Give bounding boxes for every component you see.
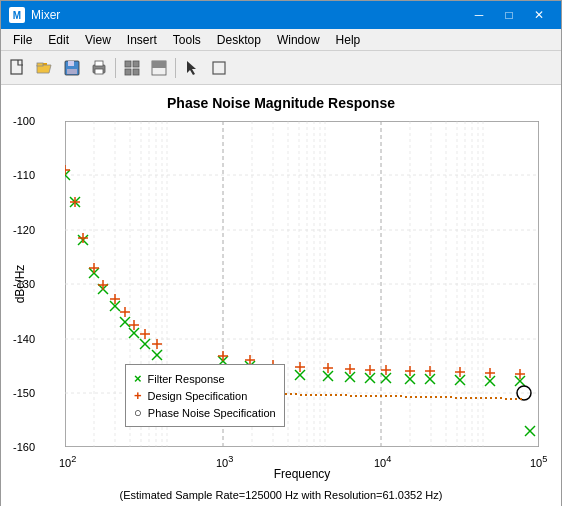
svg-rect-7 — [95, 61, 103, 66]
legend-phase-noise-spec: ○ Phase Noise Specification — [134, 405, 276, 420]
menu-insert[interactable]: Insert — [119, 31, 165, 49]
chart-area: Phase Noise Magnitude Response dBc/Hz Fr… — [1, 85, 561, 506]
svg-rect-184 — [400, 395, 402, 397]
svg-rect-189 — [425, 396, 427, 398]
svg-rect-11 — [125, 69, 131, 75]
svg-rect-167 — [315, 394, 317, 396]
svg-rect-207 — [515, 398, 517, 400]
svg-rect-10 — [133, 61, 139, 67]
phase-noise-spec-symbol: ○ — [134, 405, 142, 420]
design-spec-label: Design Specification — [148, 390, 248, 402]
svg-rect-193 — [445, 396, 447, 398]
svg-rect-0 — [11, 60, 22, 74]
svg-rect-179 — [375, 395, 377, 397]
filter-response-label: Filter Response — [148, 373, 225, 385]
svg-rect-204 — [500, 397, 502, 399]
menu-edit[interactable]: Edit — [40, 31, 77, 49]
main-window: M Mixer ─ □ ✕ File Edit View Insert Tool… — [0, 0, 562, 506]
svg-rect-188 — [420, 396, 422, 398]
svg-rect-197 — [465, 397, 467, 399]
chart-container: Phase Noise Magnitude Response dBc/Hz Fr… — [11, 89, 551, 506]
svg-rect-186 — [410, 396, 412, 398]
chart-title: Phase Noise Magnitude Response — [11, 89, 551, 113]
svg-rect-205 — [505, 398, 507, 400]
svg-rect-208 — [520, 398, 522, 400]
svg-rect-14 — [152, 61, 166, 68]
menu-bar: File Edit View Insert Tools Desktop Wind… — [1, 29, 561, 51]
svg-rect-162 — [290, 393, 292, 395]
svg-rect-175 — [355, 395, 357, 397]
menu-view[interactable]: View — [77, 31, 119, 49]
svg-rect-172 — [340, 394, 342, 396]
svg-marker-15 — [187, 61, 196, 75]
svg-rect-203 — [495, 397, 497, 399]
svg-rect-170 — [330, 394, 332, 396]
svg-rect-2 — [37, 63, 43, 66]
menu-help[interactable]: Help — [328, 31, 369, 49]
svg-rect-168 — [320, 394, 322, 396]
toolbar-separator-1 — [115, 58, 116, 78]
svg-rect-4 — [68, 61, 74, 66]
svg-rect-12 — [133, 69, 139, 75]
svg-rect-161 — [285, 393, 287, 395]
svg-rect-181 — [385, 395, 387, 397]
svg-rect-164 — [300, 394, 302, 396]
svg-rect-201 — [485, 397, 487, 399]
svg-rect-5 — [67, 69, 77, 74]
new-button[interactable] — [5, 55, 31, 81]
phase-noise-spec-label: Phase Noise Specification — [148, 407, 276, 419]
svg-rect-194 — [450, 396, 452, 398]
menu-desktop[interactable]: Desktop — [209, 31, 269, 49]
svg-rect-171 — [335, 394, 337, 396]
svg-rect-191 — [435, 396, 437, 398]
svg-rect-177 — [365, 395, 367, 397]
open-button[interactable] — [32, 55, 58, 81]
svg-rect-8 — [95, 69, 103, 74]
design-spec-symbol: + — [134, 388, 142, 403]
svg-rect-183 — [395, 395, 397, 397]
svg-rect-9 — [125, 61, 131, 67]
window-controls: ─ □ ✕ — [465, 5, 553, 25]
x-sub-label: (Estimated Sample Rate=125000 Hz with Re… — [11, 489, 551, 501]
layout1-button[interactable] — [119, 55, 145, 81]
svg-rect-185 — [405, 396, 407, 398]
svg-rect-196 — [460, 397, 462, 399]
title-bar: M Mixer ─ □ ✕ — [1, 1, 561, 29]
svg-rect-192 — [440, 396, 442, 398]
chart-plot-area: -100 -110 -120 -130 -140 -150 -160 102 1… — [65, 121, 539, 447]
svg-rect-178 — [370, 395, 372, 397]
legend: × Filter Response + Design Specification… — [125, 364, 285, 427]
svg-rect-198 — [470, 397, 472, 399]
svg-rect-16 — [213, 62, 225, 74]
minimize-button[interactable]: ─ — [465, 5, 493, 25]
svg-rect-166 — [310, 394, 312, 396]
toolbar — [1, 51, 561, 85]
menu-window[interactable]: Window — [269, 31, 328, 49]
legend-filter-response: × Filter Response — [134, 371, 276, 386]
save-button[interactable] — [59, 55, 85, 81]
layout2-button[interactable] — [146, 55, 172, 81]
svg-rect-200 — [480, 397, 482, 399]
menu-tools[interactable]: Tools — [165, 31, 209, 49]
svg-rect-187 — [415, 396, 417, 398]
cursor-button[interactable] — [179, 55, 205, 81]
svg-rect-169 — [325, 394, 327, 396]
svg-rect-165 — [305, 394, 307, 396]
svg-rect-180 — [380, 395, 382, 397]
window-title: Mixer — [31, 8, 465, 22]
maximize-button[interactable]: □ — [495, 5, 523, 25]
close-button[interactable]: ✕ — [525, 5, 553, 25]
svg-rect-190 — [430, 396, 432, 398]
svg-rect-174 — [350, 395, 352, 397]
menu-file[interactable]: File — [5, 31, 40, 49]
svg-rect-173 — [345, 394, 347, 396]
insert-button[interactable] — [206, 55, 232, 81]
svg-rect-195 — [455, 397, 457, 399]
app-icon: M — [9, 7, 25, 23]
print-button[interactable] — [86, 55, 112, 81]
filter-response-symbol: × — [134, 371, 142, 386]
svg-rect-199 — [475, 397, 477, 399]
svg-rect-176 — [360, 395, 362, 397]
toolbar-separator-2 — [175, 58, 176, 78]
legend-design-spec: + Design Specification — [134, 388, 276, 403]
